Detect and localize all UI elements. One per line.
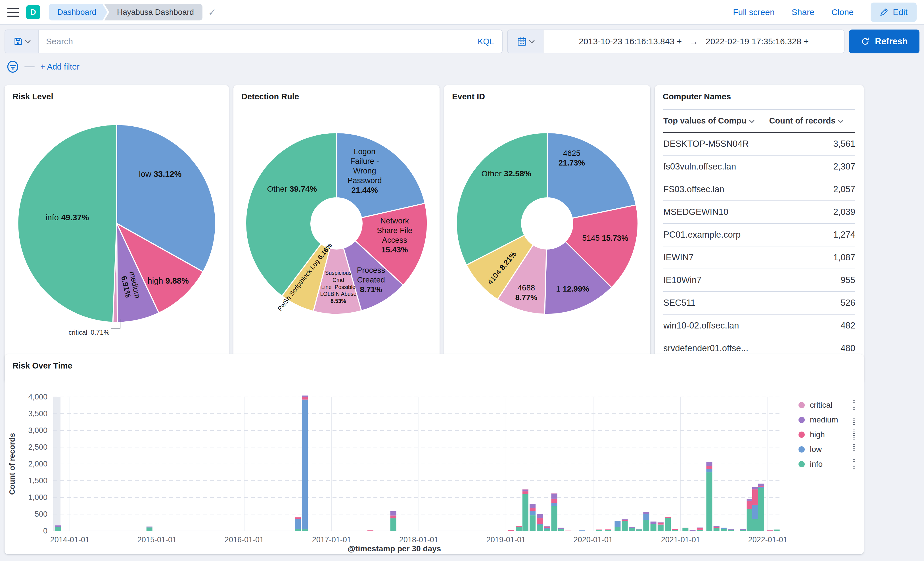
bar-segment-low[interactable] <box>537 524 543 525</box>
bar-segment-info[interactable] <box>682 528 688 531</box>
bar-segment-high[interactable] <box>566 531 572 531</box>
bar-segment-medium[interactable] <box>629 527 635 528</box>
clone-link[interactable]: Clone <box>831 8 854 17</box>
table-row[interactable]: IEWIN71,087 <box>663 246 855 269</box>
bar-segment-critical[interactable] <box>544 526 550 526</box>
bar-segment-medium[interactable] <box>558 528 564 529</box>
bar-segment-info[interactable] <box>728 530 734 531</box>
table-row[interactable]: SEC511526 <box>663 292 855 314</box>
bar-segment-info[interactable] <box>697 530 703 531</box>
legend-item-critical[interactable]: critical <box>798 400 855 410</box>
bar-segment-high[interactable] <box>747 501 753 509</box>
bar-segment-high[interactable] <box>390 516 396 518</box>
bar-segment-medium[interactable] <box>651 522 657 524</box>
bar-segment-high[interactable] <box>706 466 712 469</box>
bar-segment-info[interactable] <box>147 528 153 531</box>
table-row[interactable]: DESKTOP-M5SN04R3,561 <box>663 132 855 155</box>
bar-segment-info[interactable] <box>672 530 678 531</box>
bar-segment-info[interactable] <box>758 488 764 531</box>
bar-segment-high[interactable] <box>522 492 528 494</box>
bar-segment-high[interactable] <box>558 529 564 529</box>
bar-segment-info[interactable] <box>558 529 564 531</box>
bar-segment-medium[interactable] <box>302 396 308 397</box>
legend-actions-icon[interactable] <box>853 415 855 425</box>
bar-segment-info[interactable] <box>530 515 536 531</box>
bar-segment-info[interactable] <box>721 529 727 531</box>
filter-icon[interactable] <box>7 60 19 73</box>
bar-segment-info[interactable] <box>636 530 642 531</box>
bar-segment-info[interactable] <box>55 527 61 531</box>
bar-segment-high[interactable] <box>697 528 703 530</box>
bar-segment-high[interactable] <box>758 486 764 487</box>
bar-segment-info[interactable] <box>516 526 522 531</box>
bar-segment-high[interactable] <box>544 527 550 528</box>
bar-segment-info[interactable] <box>605 530 611 531</box>
table-row[interactable]: MSEDGEWIN102,039 <box>663 201 855 224</box>
bar-segment-info[interactable] <box>714 528 720 531</box>
bar-segment-medium[interactable] <box>552 494 557 498</box>
bar-segment-high[interactable] <box>508 530 514 531</box>
bar-segment-info[interactable] <box>747 509 753 531</box>
bar-segment-high[interactable] <box>552 499 557 503</box>
bar-segment-info[interactable] <box>651 524 657 531</box>
table-row[interactable]: IE10Win7955 <box>663 269 855 292</box>
bar-segment-high[interactable] <box>596 530 602 530</box>
bar-segment-medium[interactable] <box>690 530 696 531</box>
date-end[interactable]: 2022-02-19 17:35:16.328 + <box>706 37 809 46</box>
bar-segment-info[interactable] <box>552 506 557 531</box>
bar-segment-info[interactable] <box>622 521 628 531</box>
refresh-button[interactable]: Refresh <box>849 30 920 53</box>
bar-segment-high[interactable] <box>682 528 688 528</box>
bar-segment-high[interactable] <box>368 530 374 531</box>
date-range-field[interactable]: 2013-10-23 16:16:13.843 + → 2022-02-19 1… <box>543 30 844 53</box>
bar-segment-high[interactable] <box>672 529 678 530</box>
table-row[interactable]: win10-02.offsec.lan482 <box>663 314 855 337</box>
bar-segment-medium[interactable] <box>747 499 753 501</box>
legend-actions-icon[interactable] <box>853 429 855 440</box>
bar-segment-medium[interactable] <box>714 526 720 527</box>
add-filter-link[interactable]: + Add filter <box>40 62 80 72</box>
bar-segment-low[interactable] <box>706 469 712 472</box>
bar-segment-low[interactable] <box>721 528 727 529</box>
bar-segment-info[interactable] <box>629 528 635 531</box>
menu-icon[interactable] <box>8 8 19 17</box>
bar-segment-low[interactable] <box>544 528 550 529</box>
bar-segment-medium[interactable] <box>643 512 649 514</box>
bar-segment-info[interactable] <box>740 530 746 531</box>
bar-segment-medium[interactable] <box>522 489 528 491</box>
legend-actions-icon[interactable] <box>853 444 855 454</box>
bar-segment-high[interactable] <box>605 530 611 530</box>
bar-segment-low[interactable] <box>530 511 536 515</box>
bar-segment-info[interactable] <box>643 520 649 531</box>
bar-segment-critical[interactable] <box>767 530 773 531</box>
bar-segment-low[interactable] <box>302 399 308 529</box>
column-header-computer[interactable]: Top values of Compu <box>663 110 769 132</box>
bar-segment-high[interactable] <box>295 517 301 519</box>
saved-query-button[interactable] <box>5 30 39 53</box>
bar-segment-critical[interactable] <box>747 499 753 500</box>
bar-segment-low[interactable] <box>752 505 758 519</box>
bar-segment-medium[interactable] <box>740 529 746 530</box>
bar-segment-low[interactable] <box>552 503 557 506</box>
bar-segment-low[interactable] <box>615 520 621 527</box>
bar-segment-medium[interactable] <box>55 525 61 527</box>
bar-segment-medium[interactable] <box>147 526 153 528</box>
bar-segment-info[interactable] <box>522 494 528 531</box>
edit-button[interactable]: Edit <box>871 3 916 22</box>
bar-segment-low[interactable] <box>658 525 664 525</box>
legend-item-info[interactable]: info <box>798 459 855 469</box>
bar-segment-high[interactable] <box>714 527 720 528</box>
table-row[interactable]: PC01.example.corp1,274 <box>663 224 855 246</box>
bar-segment-medium[interactable] <box>537 514 543 518</box>
bar-segment-high[interactable] <box>752 489 758 505</box>
bar-segment-info[interactable] <box>665 518 671 531</box>
search-input[interactable] <box>39 37 470 46</box>
legend-item-medium[interactable]: medium <box>798 415 855 425</box>
bar-segment-critical[interactable] <box>522 489 528 490</box>
calendar-button[interactable] <box>508 30 543 53</box>
bar-segment-medium[interactable] <box>530 504 536 508</box>
bar-segment-info[interactable] <box>390 518 396 531</box>
bar-segment-high[interactable] <box>622 519 628 520</box>
bar-segment-medium[interactable] <box>758 484 764 486</box>
bar-segment-medium[interactable] <box>706 462 712 466</box>
